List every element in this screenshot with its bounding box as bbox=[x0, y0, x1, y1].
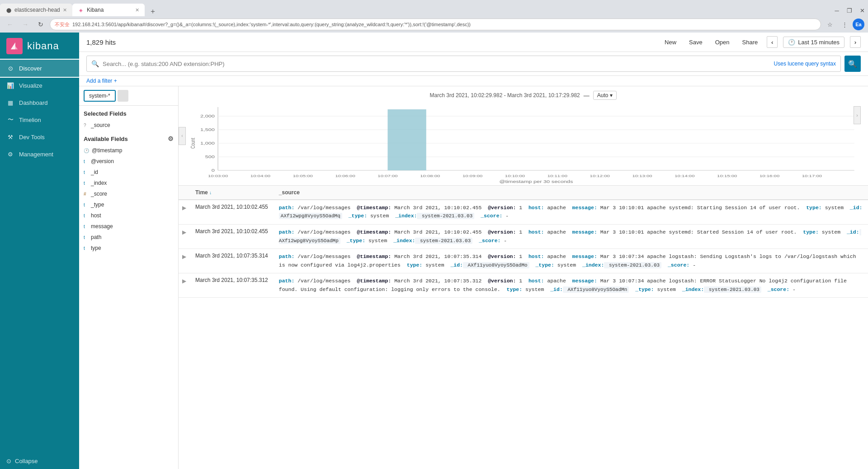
tab-close-kibana[interactable]: ✕ bbox=[135, 7, 139, 13]
search-submit-button[interactable]: 🔍 bbox=[844, 56, 861, 72]
source-key: _type: bbox=[535, 262, 554, 268]
chart-collapse-button[interactable]: ‹ bbox=[179, 127, 186, 145]
open-button[interactable]: Open bbox=[712, 37, 733, 47]
sidebar-item-dashboard[interactable]: ▦ Dashboard bbox=[0, 94, 79, 111]
close-button[interactable]: ✕ bbox=[856, 5, 868, 16]
url-bar[interactable]: 不安全 192.168.241.3:5601/app/kibana#/disco… bbox=[50, 19, 821, 30]
source-val: AXf11yuo8VyoyS5OadMo bbox=[463, 262, 529, 268]
field-timestamp[interactable]: 🕐 @timestamp bbox=[79, 145, 178, 156]
field-type-field[interactable]: t _type bbox=[79, 199, 178, 210]
index-pattern-button2[interactable] bbox=[118, 90, 128, 102]
field-type-clock: 🕐 bbox=[84, 148, 89, 153]
chart-interval-selector[interactable]: Auto ▾ bbox=[593, 91, 617, 100]
source-val: system bbox=[822, 205, 844, 211]
svg-text:@timestamp per 30 seconds: @timestamp per 30 seconds bbox=[500, 179, 573, 184]
sidebar-item-timelion[interactable]: 〜 Timelion bbox=[0, 111, 79, 128]
add-filter-button[interactable]: Add a filter + bbox=[86, 78, 861, 84]
minimize-button[interactable]: ─ bbox=[831, 5, 843, 16]
svg-text:0: 0 bbox=[212, 168, 215, 173]
source-key: _id: bbox=[450, 262, 463, 268]
source-val: /var/log/messages bbox=[294, 205, 350, 211]
sidebar-item-devtools[interactable]: ⚒ Dev Tools bbox=[0, 128, 79, 145]
forward-button[interactable]: → bbox=[19, 18, 32, 31]
time-next-button[interactable]: › bbox=[850, 36, 861, 48]
source-val: - bbox=[500, 238, 507, 244]
source-key: message: bbox=[572, 278, 597, 284]
results-panel: ‹ March 3rd 2021, 10:02:29.982 - March 3… bbox=[179, 86, 868, 469]
row-expand-1[interactable]: ▶ bbox=[179, 200, 190, 224]
search-input[interactable] bbox=[103, 61, 770, 67]
discover-icon: ⊙ bbox=[6, 64, 14, 72]
restore-button[interactable]: ❐ bbox=[844, 5, 855, 16]
field-index[interactable]: t _index bbox=[79, 178, 178, 188]
fields-gear-icon[interactable]: ⚙ bbox=[168, 135, 174, 142]
time-picker[interactable]: 🕐 Last 15 minutes bbox=[783, 37, 844, 48]
row-expand-3[interactable]: ▶ bbox=[179, 249, 190, 273]
field-id[interactable]: t _id bbox=[79, 167, 178, 178]
source-val: apache bbox=[544, 205, 566, 211]
chart-expand-button[interactable]: › bbox=[854, 106, 861, 124]
collapse-button[interactable]: ⊙ Collapse bbox=[0, 453, 79, 469]
source-key: _index: bbox=[582, 262, 604, 268]
source-key: message: bbox=[572, 229, 597, 235]
chart-date-range: March 3rd 2021, 10:02:29.982 - March 3rd… bbox=[430, 92, 580, 98]
settings-button[interactable]: ⋮ bbox=[838, 18, 851, 31]
field-name-type: _type bbox=[91, 202, 104, 208]
field-path[interactable]: t path bbox=[79, 232, 178, 243]
row-expand-4[interactable]: ▶ bbox=[179, 273, 190, 298]
tab-close-elasticsearch[interactable]: ✕ bbox=[63, 7, 67, 13]
field-name-index: _index bbox=[91, 180, 107, 186]
tab-label-elasticsearch: elasticsearch-head bbox=[14, 7, 60, 13]
svg-text:10:10:00: 10:10:00 bbox=[505, 174, 525, 178]
tab-elasticsearch[interactable]: ⬤ elasticsearch-head ✕ bbox=[0, 4, 72, 16]
svg-text:1,500: 1,500 bbox=[200, 127, 215, 132]
management-icon: ⚙ bbox=[6, 150, 14, 158]
time-col-header[interactable]: Time ↓ bbox=[190, 186, 274, 200]
svg-text:10:13:00: 10:13:00 bbox=[632, 174, 652, 178]
search-input-wrap[interactable]: 🔍 Uses lucene query syntax bbox=[86, 56, 841, 72]
back-button[interactable]: ← bbox=[4, 18, 16, 31]
reload-button[interactable]: ↻ bbox=[34, 18, 47, 31]
hits-count: 1,829 hits bbox=[86, 38, 656, 46]
source-key: path: bbox=[279, 229, 295, 235]
row-source-3: path: /var/log/messages @timestamp: Marc… bbox=[274, 249, 868, 273]
bookmark-button[interactable]: ☆ bbox=[824, 18, 836, 31]
user-avatar[interactable]: Ea bbox=[853, 19, 864, 30]
save-button[interactable]: Save bbox=[685, 37, 706, 47]
source-val: apache bbox=[544, 253, 566, 259]
field-type-t6: t bbox=[84, 224, 88, 229]
field-score[interactable]: # _score bbox=[79, 188, 178, 199]
source-val: system-2021.03.03 bbox=[417, 213, 474, 219]
field-version[interactable]: t @version bbox=[79, 156, 178, 167]
sidebar-item-management[interactable]: ⚙ Management bbox=[0, 145, 79, 163]
main-content: 1,829 hits New Save Open Share ‹ 🕐 Last … bbox=[79, 33, 868, 469]
source-key: type: bbox=[507, 286, 523, 292]
field-message[interactable]: t message bbox=[79, 221, 178, 232]
results-data-table: Time ↓ _source ▶ March 3rd 2021, 10:10:0… bbox=[179, 186, 868, 298]
field-host[interactable]: t host bbox=[79, 210, 178, 221]
source-key: @timestamp: bbox=[357, 205, 391, 211]
field-type[interactable]: t type bbox=[79, 243, 178, 253]
index-pattern-button[interactable]: system-* bbox=[84, 90, 116, 102]
chevron-down-icon: ▾ bbox=[610, 92, 613, 98]
time-prev-button[interactable]: ‹ bbox=[767, 36, 778, 48]
filter-bar: Add a filter + bbox=[79, 76, 868, 86]
source-key: _index: bbox=[393, 238, 415, 244]
field-type-badge-source: ? bbox=[84, 123, 88, 128]
new-tab-button[interactable]: ＋ bbox=[145, 7, 161, 16]
lucene-link[interactable]: Uses lucene query syntax bbox=[774, 61, 836, 67]
visualize-icon: 📊 bbox=[6, 81, 14, 89]
svg-rect-11 bbox=[387, 109, 426, 170]
source-val: 1 bbox=[516, 229, 522, 235]
svg-text:10:04:00: 10:04:00 bbox=[250, 174, 271, 178]
row-expand-2[interactable]: ▶ bbox=[179, 224, 190, 249]
selected-field-source[interactable]: ? _source bbox=[79, 120, 178, 131]
source-key: @timestamp: bbox=[357, 229, 391, 235]
sidebar-item-discover[interactable]: ⊙ Discover bbox=[0, 60, 79, 77]
sidebar-item-visualize[interactable]: 📊 Visualize bbox=[0, 77, 79, 94]
share-button[interactable]: Share bbox=[739, 37, 762, 47]
source-val: system bbox=[554, 262, 576, 268]
source-key: @version: bbox=[488, 229, 516, 235]
new-button[interactable]: New bbox=[661, 37, 680, 47]
tab-kibana[interactable]: ◈ Kibana ✕ bbox=[72, 4, 145, 16]
